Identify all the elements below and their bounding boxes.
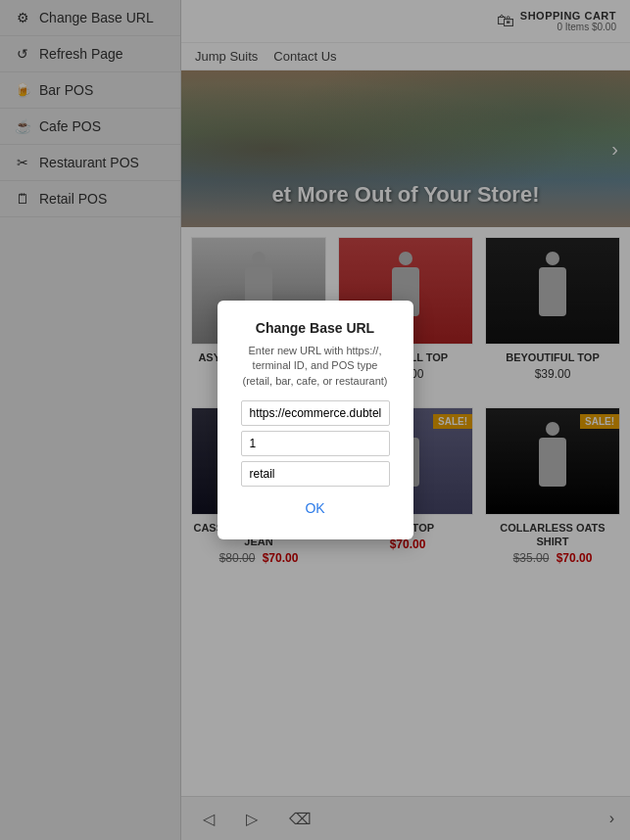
ok-button[interactable]: OK (295, 496, 334, 520)
dialog-actions: OK (241, 496, 390, 520)
terminal-id-input[interactable] (241, 431, 390, 456)
pos-type-input[interactable] (241, 461, 390, 487)
dialog-overlay: Change Base URL Enter new URL with https… (0, 0, 630, 840)
dialog-description: Enter new URL with https://, terminal ID… (241, 344, 390, 389)
change-base-url-dialog: Change Base URL Enter new URL with https… (218, 301, 413, 539)
dialog-title: Change Base URL (241, 320, 390, 336)
url-input[interactable] (241, 400, 390, 426)
